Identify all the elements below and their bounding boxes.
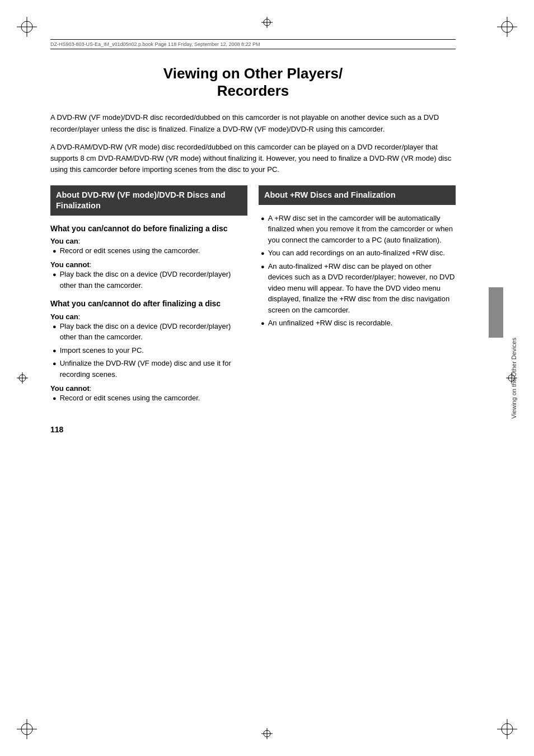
- list-item: You can add recordings on an auto-finali…: [259, 248, 456, 259]
- list-item: An unfinalized +RW disc is recordable.: [259, 318, 456, 329]
- intro-para-2: A DVD-RAM/DVD-RW (VR mode) disc recorded…: [50, 142, 456, 175]
- intro-para-1: A DVD-RW (VF mode)/DVD-R disc recorded/d…: [50, 112, 456, 134]
- list-item: Record or edit scenes using the camcorde…: [50, 245, 247, 256]
- reg-mark-tl: [17, 17, 37, 37]
- subsection1-title: What you can/cannot do before finalizing…: [50, 223, 247, 234]
- list-item: Record or edit scenes using the camcorde…: [50, 393, 247, 404]
- reg-mark-mb: [261, 728, 273, 739]
- you-can-label-1: You can:: [50, 237, 247, 245]
- you-cannot-label-2: You cannot:: [50, 384, 247, 393]
- you-can-label-2: You can:: [50, 312, 247, 321]
- list-item: Import scenes to your PC.: [50, 345, 247, 356]
- reg-mark-bl: [17, 719, 37, 739]
- list-item: A +RW disc set in the camcorder will be …: [259, 213, 456, 246]
- header-line: DZ-HS903-803-US-Ea_IM_v01d05n02.p.book P…: [50, 39, 456, 49]
- you-can-list-1: Record or edit scenes using the camcorde…: [50, 245, 247, 256]
- side-label: Viewing on the Other Devices: [510, 338, 517, 419]
- list-item: Play back the disc on a device (DVD reco…: [50, 269, 247, 291]
- list-item: Unfinalize the DVD-RW (VF mode) disc and…: [50, 358, 247, 380]
- list-item: An auto-finalized +RW disc can be played…: [259, 261, 456, 316]
- reg-mark-mt: [261, 17, 273, 28]
- subsection-before-finalizing: What you can/cannot do before finalizing…: [50, 223, 247, 291]
- side-label-container: Viewing on the Other Devices: [502, 0, 526, 756]
- subsection2-title: What you can/cannot do after finalizing …: [50, 298, 247, 309]
- right-column: About +RW Discs and Finalization A +RW d…: [259, 185, 456, 408]
- right-col-list: A +RW disc set in the camcorder will be …: [259, 213, 456, 329]
- right-section-header: About +RW Discs and Finalization: [259, 185, 456, 205]
- two-col-layout: About DVD-RW (VF mode)/DVD-R Discs and F…: [50, 185, 456, 408]
- you-cannot-list-1: Play back the disc on a device (DVD reco…: [50, 269, 247, 291]
- page-number: 118: [50, 425, 456, 434]
- main-content: DZ-HS903-803-US-Ea_IM_v01d05n02.p.book P…: [50, 39, 456, 434]
- you-cannot-list-2: Record or edit scenes using the camcorde…: [50, 393, 247, 404]
- left-section-header: About DVD-RW (VF mode)/DVD-R Discs and F…: [50, 185, 247, 216]
- page-title: Viewing on Other Players/ Recorders: [50, 65, 456, 100]
- reg-mark-ml: [17, 372, 28, 384]
- subsection-after-finalizing: What you can/cannot do after finalizing …: [50, 298, 247, 403]
- you-cannot-label-1: You cannot:: [50, 260, 247, 269]
- you-can-list-2: Play back the disc on a device (DVD reco…: [50, 321, 247, 380]
- list-item: Play back the disc on a device (DVD reco…: [50, 321, 247, 343]
- left-column: About DVD-RW (VF mode)/DVD-R Discs and F…: [50, 185, 247, 408]
- page: Viewing on the Other Devices DZ-HS903-80…: [0, 0, 534, 756]
